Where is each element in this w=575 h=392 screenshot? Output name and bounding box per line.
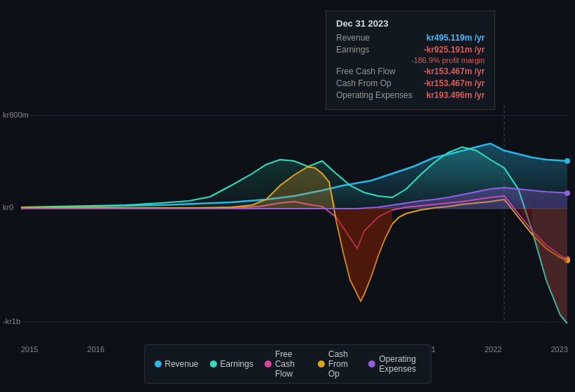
tooltip: Dec 31 2023 Revenue kr495.119m /yr Earni… <box>326 10 495 110</box>
tooltip-label-opexp: Operating Expenses <box>336 90 413 100</box>
legend-label-cashop: Cash From Op <box>328 349 357 379</box>
legend-item-opexp[interactable]: Operating Expenses <box>368 354 421 374</box>
tooltip-row-revenue: Revenue kr495.119m /yr <box>336 33 485 43</box>
tooltip-label-revenue: Revenue <box>336 33 370 43</box>
legend-dot-fcf <box>265 360 272 368</box>
tooltip-val-earnings: -kr925.191m /yr <box>424 45 485 55</box>
tooltip-row-opexp: Operating Expenses kr193.496m /yr <box>336 90 485 100</box>
legend-label-opexp: Operating Expenses <box>379 354 421 374</box>
legend-item-revenue[interactable]: Revenue <box>154 359 198 369</box>
x-label-2023: 2023 <box>551 345 568 354</box>
tooltip-date: Dec 31 2023 <box>336 18 485 29</box>
legend-label-fcf: Free Cash Flow <box>275 349 307 379</box>
x-label-2016: 2016 <box>88 345 104 354</box>
legend-dot-opexp <box>368 360 375 368</box>
tooltip-val-fcf: -kr153.467m /yr <box>424 66 485 76</box>
svg-point-7 <box>564 190 570 196</box>
legend-dot-earnings <box>209 360 216 368</box>
tooltip-label-earnings: Earnings <box>336 45 369 55</box>
tooltip-label-cashop: Cash From Op <box>336 78 392 88</box>
chart-container: kr800m kr0 -kr1b 2015 2016 2017 2018 201… <box>0 0 575 392</box>
tooltip-val-revenue: kr495.119m /yr <box>427 33 485 43</box>
tooltip-val-opexp: kr193.496m /yr <box>427 90 485 100</box>
legend-dot-cashop <box>318 360 325 368</box>
tooltip-label-fcf: Free Cash Flow <box>336 66 396 76</box>
svg-point-4 <box>564 158 570 164</box>
legend-dot-revenue <box>154 360 161 368</box>
legend-item-cashop[interactable]: Cash From Op <box>318 349 357 379</box>
tooltip-row-cashop: Cash From Op -kr153.467m /yr <box>336 78 485 88</box>
tooltip-row-fcf: Free Cash Flow -kr153.467m /yr <box>336 66 485 76</box>
tooltip-val-cashop: -kr153.467m /yr <box>424 78 485 88</box>
y-label-top: kr800m <box>3 111 29 119</box>
x-label-2022: 2022 <box>485 345 501 354</box>
y-label-bot: -kr1b <box>3 317 20 326</box>
legend-item-earnings[interactable]: Earnings <box>209 359 253 369</box>
legend: Revenue Earnings Free Cash Flow Cash Fro… <box>144 344 431 384</box>
legend-item-fcf[interactable]: Free Cash Flow <box>265 349 307 379</box>
tooltip-profit-margin: -186.9% profit margin <box>336 56 485 64</box>
y-label-zero: kr0 <box>3 203 13 211</box>
legend-label-earnings: Earnings <box>220 359 253 369</box>
legend-label-revenue: Revenue <box>165 359 198 369</box>
tooltip-row-earnings: Earnings -kr925.191m /yr <box>336 45 485 55</box>
x-label-2015: 2015 <box>21 345 38 354</box>
